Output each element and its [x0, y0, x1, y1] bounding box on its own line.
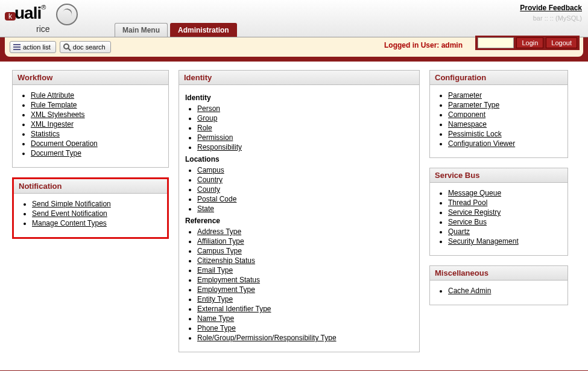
list-item: Phone Type: [197, 324, 413, 332]
link[interactable]: Service Registry: [448, 208, 501, 217]
link[interactable]: Role/Group/Permission/Responsibility Typ…: [197, 334, 337, 342]
login-input[interactable]: [478, 37, 514, 48]
link[interactable]: Rule Attribute: [31, 91, 74, 100]
action-list-label: action list: [23, 43, 51, 51]
panel-identity: Identity Identity PersonGroupRolePermiss…: [179, 70, 420, 352]
list-item: Name Type: [197, 314, 413, 323]
notification-links: Send Simple NotificationSend Event Notif…: [32, 200, 161, 227]
link[interactable]: Responsibility: [197, 143, 242, 151]
link[interactable]: Employment Status: [197, 276, 260, 284]
link[interactable]: Parameter Type: [448, 101, 499, 109]
link[interactable]: Namespace: [448, 120, 487, 128]
list-item: Email Type: [197, 266, 413, 274]
link[interactable]: Name Type: [197, 314, 234, 323]
doc-search-button[interactable]: doc search: [60, 41, 111, 53]
panel-notification: Notification Send Simple NotificationSen…: [12, 177, 169, 239]
link[interactable]: Country: [197, 176, 223, 184]
svg-rect-1: [13, 46, 21, 48]
link[interactable]: Campus Type: [197, 247, 242, 255]
logo: kuali® rice: [5, 4, 78, 34]
link[interactable]: Entity Type: [197, 295, 233, 303]
list-item: Country: [197, 176, 413, 184]
link[interactable]: Document Operation: [31, 139, 98, 148]
link[interactable]: Affiliation Type: [197, 237, 244, 246]
link[interactable]: Quartz: [448, 227, 470, 236]
tab-main-menu[interactable]: Main Menu: [115, 23, 168, 37]
list-item: Postal Code: [197, 195, 413, 203]
subhead-identity: Identity: [185, 94, 413, 102]
link[interactable]: Rule Template: [31, 101, 77, 109]
link[interactable]: Person: [197, 104, 220, 113]
logout-button[interactable]: Logout: [546, 37, 577, 48]
list-item: Permission: [197, 133, 413, 142]
panel-workflow: Workflow Rule AttributeRule TemplateXML …: [12, 70, 169, 168]
panel-service-bus: Service Bus Message QueueThread PoolServ…: [429, 168, 568, 256]
list-item: Campus: [197, 166, 413, 174]
link[interactable]: Phone Type: [197, 324, 236, 332]
nav-tabs: Main Menu Administration: [115, 23, 239, 37]
link[interactable]: Parameter: [448, 91, 482, 100]
logo-subtitle: rice: [36, 24, 50, 34]
list-item: Configuration Viewer: [448, 139, 561, 148]
link[interactable]: Service Bus: [448, 218, 487, 226]
link[interactable]: County: [197, 185, 220, 194]
list-item: Affiliation Type: [197, 237, 413, 246]
list-item: Send Simple Notification: [32, 200, 161, 208]
link[interactable]: Configuration Viewer: [448, 139, 515, 148]
link[interactable]: Pessimistic Lock: [448, 130, 502, 138]
list-item: XML Stylesheets: [31, 110, 162, 119]
link[interactable]: XML Stylesheets: [31, 110, 85, 119]
list-item: Parameter Type: [448, 101, 561, 109]
svg-point-3: [64, 44, 69, 49]
link[interactable]: Permission: [197, 133, 233, 142]
link[interactable]: Employment Type: [197, 285, 255, 294]
login-button[interactable]: Login: [516, 37, 543, 48]
list-item: Rule Attribute: [31, 91, 162, 100]
link[interactable]: Send Event Notification: [32, 209, 107, 218]
action-list-button[interactable]: action list: [10, 41, 56, 53]
list-item: Address Type: [197, 227, 413, 236]
logo-text: uali: [14, 4, 41, 22]
provide-feedback-link[interactable]: Provide Feedback: [520, 4, 582, 12]
link[interactable]: Address Type: [197, 227, 241, 236]
subhead-locations: Locations: [185, 155, 413, 163]
link[interactable]: Citizenship Status: [197, 256, 255, 265]
toolbar-wrap: action list doc search Logged in User: a…: [0, 37, 588, 62]
doc-search-label: doc search: [73, 43, 106, 51]
list-item: Service Bus: [448, 218, 561, 226]
link[interactable]: XML Ingester: [31, 120, 74, 128]
service-bus-links: Message QueueThread PoolService Registry…: [448, 189, 561, 246]
link[interactable]: Document Type: [31, 149, 81, 157]
list-item: Document Operation: [31, 139, 162, 148]
link[interactable]: Group: [197, 114, 217, 122]
list-item: Quartz: [448, 227, 561, 236]
misc-links: Cache Admin: [448, 287, 561, 295]
list-item: Employment Status: [197, 276, 413, 284]
tab-administration[interactable]: Administration: [170, 23, 237, 37]
panel-header-misc: Miscellaneous: [430, 266, 567, 281]
link[interactable]: Statistics: [31, 130, 60, 138]
link[interactable]: Manage Content Types: [32, 219, 107, 227]
panel-header-configuration: Configuration: [430, 71, 567, 85]
list-item: County: [197, 185, 413, 194]
link[interactable]: Message Queue: [448, 189, 501, 197]
link[interactable]: State: [197, 205, 214, 213]
list-item: Entity Type: [197, 295, 413, 303]
panel-configuration: Configuration ParameterParameter TypeCom…: [429, 70, 568, 158]
link[interactable]: Postal Code: [197, 195, 236, 203]
link[interactable]: Campus: [197, 166, 224, 174]
list-item: Citizenship Status: [197, 256, 413, 265]
list-item: Security Management: [448, 237, 561, 246]
link[interactable]: Security Management: [448, 237, 519, 246]
link[interactable]: Role: [197, 124, 212, 132]
app-header: kuali® rice Provide Feedback bar :: :: (…: [0, 0, 588, 37]
link[interactable]: Thread Pool: [448, 198, 487, 207]
link[interactable]: Send Simple Notification: [32, 200, 111, 208]
svg-line-4: [68, 48, 71, 51]
list-item: Component: [448, 110, 561, 119]
link[interactable]: Email Type: [197, 266, 233, 274]
link[interactable]: External Identifier Type: [197, 305, 271, 313]
panel-header-workflow: Workflow: [13, 71, 168, 85]
link[interactable]: Cache Admin: [448, 287, 491, 295]
link[interactable]: Component: [448, 110, 485, 119]
